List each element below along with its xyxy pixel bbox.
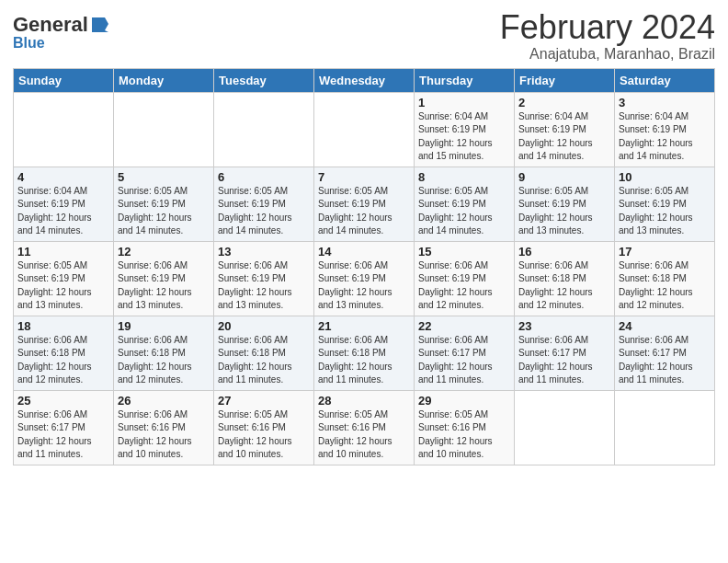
calendar-week-row: 1Sunrise: 6:04 AMSunset: 6:19 PMDaylight… [14, 92, 715, 167]
day-info: Sunrise: 6:06 AMSunset: 6:18 PMDaylight:… [619, 259, 711, 313]
table-row: 20Sunrise: 6:06 AMSunset: 6:18 PMDayligh… [214, 316, 314, 390]
table-row: 6Sunrise: 6:05 AMSunset: 6:19 PMDaylight… [214, 167, 314, 241]
day-number: 5 [118, 170, 210, 184]
logo-general: General [13, 13, 88, 37]
table-row: 1Sunrise: 6:04 AMSunset: 6:19 PMDaylight… [415, 92, 515, 167]
table-row: 10Sunrise: 6:05 AMSunset: 6:19 PMDayligh… [615, 167, 715, 241]
day-info: Sunrise: 6:05 AMSunset: 6:19 PMDaylight:… [17, 259, 109, 313]
table-row: 5Sunrise: 6:05 AMSunset: 6:19 PMDaylight… [114, 167, 214, 241]
day-number: 12 [118, 245, 210, 259]
day-info: Sunrise: 6:05 AMSunset: 6:19 PMDaylight:… [218, 185, 310, 238]
day-number: 4 [17, 170, 109, 184]
day-info: Sunrise: 6:05 AMSunset: 6:16 PMDaylight:… [418, 408, 510, 462]
day-number: 2 [518, 96, 610, 109]
header-wednesday: Wednesday [314, 68, 415, 92]
logo-icon [90, 16, 110, 32]
day-number: 20 [218, 319, 310, 333]
day-info: Sunrise: 6:04 AMSunset: 6:19 PMDaylight:… [619, 110, 711, 164]
day-info: Sunrise: 6:06 AMSunset: 6:17 PMDaylight:… [418, 334, 510, 387]
day-info: Sunrise: 6:06 AMSunset: 6:18 PMDaylight:… [118, 334, 210, 387]
day-number: 22 [418, 319, 510, 333]
table-row: 24Sunrise: 6:06 AMSunset: 6:17 PMDayligh… [615, 316, 715, 390]
table-row: 27Sunrise: 6:05 AMSunset: 6:16 PMDayligh… [214, 390, 314, 465]
day-number: 16 [518, 245, 610, 259]
day-number: 29 [418, 394, 510, 408]
table-row: 14Sunrise: 6:06 AMSunset: 6:19 PMDayligh… [314, 241, 415, 316]
day-number: 8 [418, 170, 510, 184]
header-tuesday: Tuesday [214, 68, 314, 92]
day-info: Sunrise: 6:05 AMSunset: 6:19 PMDaylight:… [518, 185, 610, 238]
calendar-title: February 2024 [500, 9, 715, 46]
day-info: Sunrise: 6:06 AMSunset: 6:18 PMDaylight:… [17, 334, 109, 387]
calendar-week-row: 25Sunrise: 6:06 AMSunset: 6:17 PMDayligh… [14, 390, 715, 465]
day-info: Sunrise: 6:06 AMSunset: 6:18 PMDaylight:… [518, 259, 610, 313]
day-number: 26 [118, 394, 210, 408]
day-info: Sunrise: 6:05 AMSunset: 6:19 PMDaylight:… [318, 185, 410, 238]
calendar-week-row: 18Sunrise: 6:06 AMSunset: 6:18 PMDayligh… [14, 316, 715, 390]
day-number: 25 [17, 394, 109, 408]
table-row: 18Sunrise: 6:06 AMSunset: 6:18 PMDayligh… [14, 316, 114, 390]
day-info: Sunrise: 6:06 AMSunset: 6:17 PMDaylight:… [17, 408, 109, 462]
day-number: 7 [318, 170, 410, 184]
table-row: 12Sunrise: 6:06 AMSunset: 6:19 PMDayligh… [114, 241, 214, 316]
table-row: 29Sunrise: 6:05 AMSunset: 6:16 PMDayligh… [415, 390, 515, 465]
day-info: Sunrise: 6:05 AMSunset: 6:16 PMDaylight:… [218, 408, 310, 462]
header-friday: Friday [515, 68, 615, 92]
day-info: Sunrise: 6:05 AMSunset: 6:19 PMDaylight:… [118, 185, 210, 238]
day-info: Sunrise: 6:06 AMSunset: 6:17 PMDaylight:… [619, 334, 711, 387]
table-row: 3Sunrise: 6:04 AMSunset: 6:19 PMDaylight… [615, 92, 715, 167]
day-info: Sunrise: 6:04 AMSunset: 6:19 PMDaylight:… [17, 185, 109, 238]
header: General Blue February 2024 Anajatuba, Ma… [13, 9, 715, 63]
day-info: Sunrise: 6:06 AMSunset: 6:17 PMDaylight:… [518, 334, 610, 387]
table-row [314, 92, 415, 167]
header-sunday: Sunday [14, 68, 114, 92]
day-number: 24 [619, 319, 711, 333]
calendar-subtitle: Anajatuba, Maranhao, Brazil [500, 46, 715, 63]
table-row: 17Sunrise: 6:06 AMSunset: 6:18 PMDayligh… [615, 241, 715, 316]
day-info: Sunrise: 6:06 AMSunset: 6:18 PMDaylight:… [318, 334, 410, 387]
weekday-header-row: Sunday Monday Tuesday Wednesday Thursday… [14, 68, 715, 92]
table-row: 9Sunrise: 6:05 AMSunset: 6:19 PMDaylight… [515, 167, 615, 241]
table-row: 4Sunrise: 6:04 AMSunset: 6:19 PMDaylight… [14, 167, 114, 241]
table-row [14, 92, 114, 167]
table-row: 2Sunrise: 6:04 AMSunset: 6:19 PMDaylight… [515, 92, 615, 167]
table-row [114, 92, 214, 167]
table-row: 8Sunrise: 6:05 AMSunset: 6:19 PMDaylight… [415, 167, 515, 241]
day-info: Sunrise: 6:06 AMSunset: 6:19 PMDaylight:… [318, 259, 410, 313]
table-row: 13Sunrise: 6:06 AMSunset: 6:19 PMDayligh… [214, 241, 314, 316]
day-info: Sunrise: 6:06 AMSunset: 6:18 PMDaylight:… [218, 334, 310, 387]
calendar-table: Sunday Monday Tuesday Wednesday Thursday… [13, 68, 715, 465]
calendar-week-row: 11Sunrise: 6:05 AMSunset: 6:19 PMDayligh… [14, 241, 715, 316]
header-monday: Monday [114, 68, 214, 92]
table-row: 11Sunrise: 6:05 AMSunset: 6:19 PMDayligh… [14, 241, 114, 316]
title-block: February 2024 Anajatuba, Maranhao, Brazi… [500, 9, 715, 63]
day-number: 14 [318, 245, 410, 259]
table-row: 7Sunrise: 6:05 AMSunset: 6:19 PMDaylight… [314, 167, 415, 241]
day-number: 1 [418, 96, 510, 109]
day-number: 23 [518, 319, 610, 333]
table-row: 23Sunrise: 6:06 AMSunset: 6:17 PMDayligh… [515, 316, 615, 390]
page-container: General Blue February 2024 Anajatuba, Ma… [0, 0, 728, 475]
day-number: 15 [418, 245, 510, 259]
day-number: 3 [619, 96, 711, 109]
table-row [515, 390, 615, 465]
day-number: 18 [17, 319, 109, 333]
table-row: 26Sunrise: 6:06 AMSunset: 6:16 PMDayligh… [114, 390, 214, 465]
day-info: Sunrise: 6:06 AMSunset: 6:19 PMDaylight:… [218, 259, 310, 313]
header-thursday: Thursday [415, 68, 515, 92]
table-row [615, 390, 715, 465]
day-info: Sunrise: 6:05 AMSunset: 6:19 PMDaylight:… [418, 185, 510, 238]
day-number: 21 [318, 319, 410, 333]
day-number: 11 [17, 245, 109, 259]
table-row: 15Sunrise: 6:06 AMSunset: 6:19 PMDayligh… [415, 241, 515, 316]
day-info: Sunrise: 6:04 AMSunset: 6:19 PMDaylight:… [418, 110, 510, 164]
table-row: 16Sunrise: 6:06 AMSunset: 6:18 PMDayligh… [515, 241, 615, 316]
calendar-week-row: 4Sunrise: 6:04 AMSunset: 6:19 PMDaylight… [14, 167, 715, 241]
day-number: 27 [218, 394, 310, 408]
day-info: Sunrise: 6:05 AMSunset: 6:16 PMDaylight:… [318, 408, 410, 462]
table-row: 25Sunrise: 6:06 AMSunset: 6:17 PMDayligh… [14, 390, 114, 465]
svg-marker-0 [92, 17, 108, 32]
day-number: 10 [619, 170, 711, 184]
day-info: Sunrise: 6:04 AMSunset: 6:19 PMDaylight:… [518, 110, 610, 164]
day-number: 6 [218, 170, 310, 184]
